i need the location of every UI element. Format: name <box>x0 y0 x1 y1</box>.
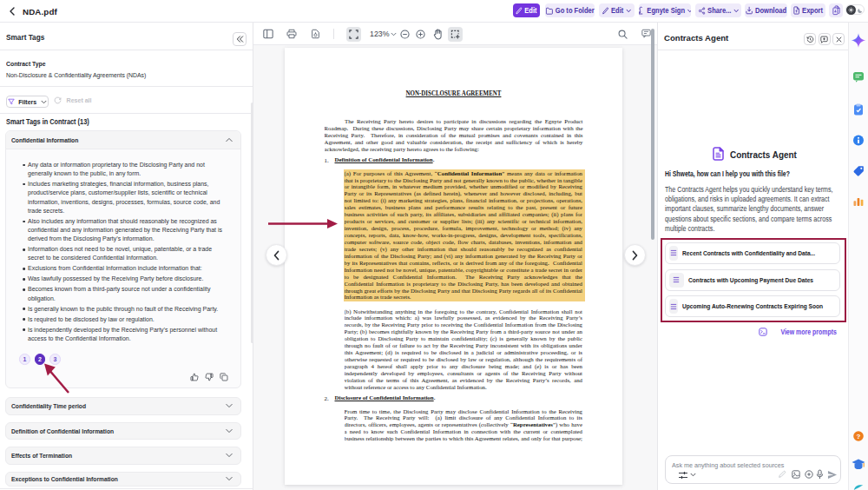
svg-text:?: ? <box>857 433 861 440</box>
